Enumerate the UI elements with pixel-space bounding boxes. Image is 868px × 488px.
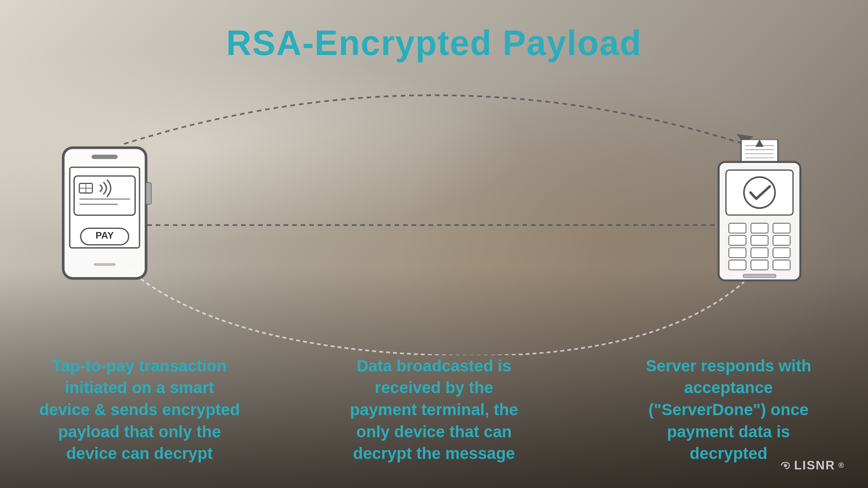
left-text-block: Tap-to-pay transaction initiated on a sm… <box>31 355 248 465</box>
svg-rect-34 <box>773 248 790 258</box>
svg-rect-36 <box>751 260 768 270</box>
svg-rect-35 <box>729 260 746 270</box>
svg-text:PAY: PAY <box>96 230 114 241</box>
title-section: RSA-Encrypted Payload <box>226 23 642 63</box>
svg-rect-31 <box>773 235 790 245</box>
svg-rect-32 <box>729 248 746 258</box>
center-text-block: Data broadcasted is received by the paym… <box>326 355 542 465</box>
svg-rect-37 <box>773 260 790 270</box>
smartphone-icon: PAY <box>54 143 155 283</box>
diagram-area: PAY <box>0 71 868 355</box>
right-text-block: Server responds with acceptance ("Server… <box>620 355 837 465</box>
lisnr-sound-icon <box>780 460 791 471</box>
svg-rect-5 <box>91 155 118 159</box>
right-text: Server responds with acceptance ("Server… <box>646 357 811 463</box>
lisnr-name: LISNR <box>794 458 835 473</box>
page-title: RSA-Encrypted Payload <box>226 23 642 63</box>
center-text: Data broadcasted is received by the paym… <box>350 357 518 463</box>
svg-rect-15 <box>146 182 152 204</box>
svg-rect-33 <box>751 248 768 258</box>
svg-rect-26 <box>729 223 746 233</box>
svg-rect-30 <box>751 235 768 245</box>
svg-rect-38 <box>743 274 776 277</box>
smartphone-container: PAY <box>54 143 155 283</box>
left-text: Tap-to-pay transaction initiated on a sm… <box>39 357 240 463</box>
lisnr-trademark: ® <box>838 461 845 470</box>
pos-terminal-container <box>705 139 814 287</box>
bottom-text-section: Tap-to-pay transaction initiated on a sm… <box>0 355 868 488</box>
lisnr-branding: LISNR® <box>780 458 845 473</box>
svg-rect-29 <box>729 235 746 245</box>
svg-rect-7 <box>74 176 135 215</box>
pos-terminal-icon <box>705 139 814 287</box>
main-content: RSA-Encrypted Payload <box>0 0 868 488</box>
svg-rect-16 <box>94 263 115 266</box>
svg-rect-27 <box>751 223 768 233</box>
svg-point-39 <box>784 464 787 467</box>
svg-rect-28 <box>773 223 790 233</box>
